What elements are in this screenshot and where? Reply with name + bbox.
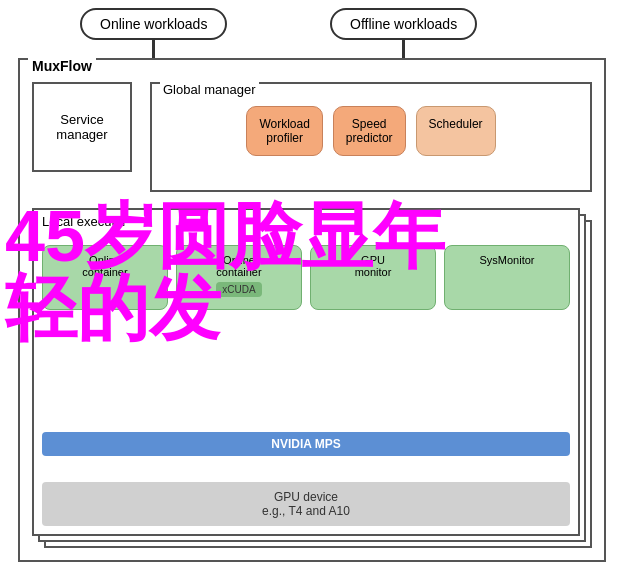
online-container-2: Onlinecontainer xCUDA (176, 245, 302, 310)
nvidia-mps-bar: NVIDIA MPS (42, 432, 570, 456)
online-container-1-label: Onlinecontainer (82, 254, 127, 278)
sysmonitor-label: SysMonitor (479, 254, 534, 266)
global-manager-label: Global manager (160, 82, 259, 97)
gpu-monitor-label: GPUmonitor (355, 254, 392, 278)
gpu-device-bar: GPU devicee.g., T4 and A10 (42, 482, 570, 526)
arrow-shaft-left (152, 40, 155, 58)
container-row: Onlinecontainer Onlinecontainer xCUDA GP… (42, 245, 570, 310)
sysmonitor-box: SysMonitor (444, 245, 570, 310)
workload-profiler-box: Workloadprofiler (246, 106, 322, 156)
gpu-monitor-box: GPUmonitor (310, 245, 436, 310)
scheduler-box: Scheduler (416, 106, 496, 156)
offline-workloads-label: Offline workloads (330, 8, 477, 40)
arrow-shaft-right (402, 40, 405, 58)
muxflow-box: MuxFlow Service manager Global manager W… (18, 58, 606, 562)
online-container-2-label: Onlinecontainer (216, 254, 261, 278)
online-workloads-label: Online workloads (80, 8, 227, 40)
online-container-1: Onlinecontainer (42, 245, 168, 310)
muxflow-label: MuxFlow (28, 58, 96, 74)
gpu-device-label: GPU devicee.g., T4 and A10 (262, 490, 350, 518)
diagram-wrapper: Online workloads Offline workloads MuxFl… (0, 0, 624, 582)
local-executor-label: Local executor (42, 214, 127, 229)
service-manager-box: Service manager (32, 82, 132, 172)
speed-predictor-box: Speedpredictor (333, 106, 406, 156)
global-manager-box: Global manager Workloadprofiler Speedpre… (150, 82, 592, 192)
nvidia-mps-label: NVIDIA MPS (271, 437, 341, 451)
local-executor-stack: Local executor Onlinecontainer Onlinecon… (32, 208, 592, 548)
xcuda-badge: xCUDA (216, 282, 261, 297)
service-manager-label: Service manager (34, 112, 130, 142)
stack-layer-1: Local executor Onlinecontainer Onlinecon… (32, 208, 580, 536)
